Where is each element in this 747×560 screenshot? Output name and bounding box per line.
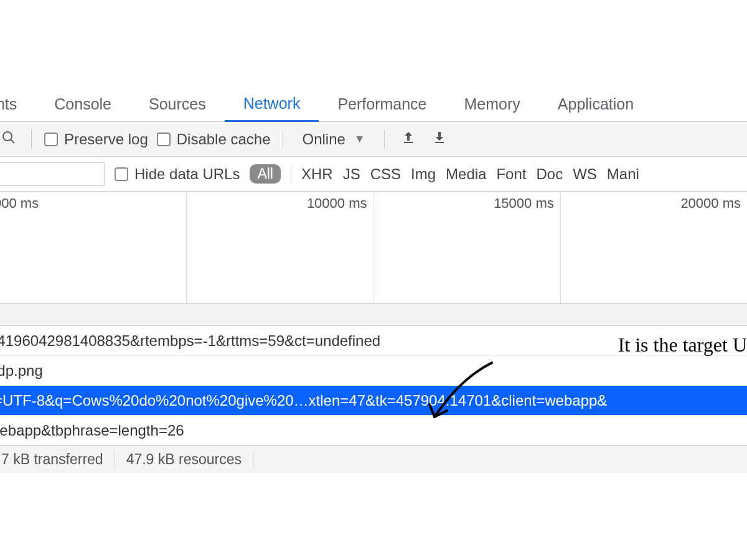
svg-point-0	[3, 132, 12, 141]
filter-js[interactable]: JS	[343, 166, 360, 183]
devtools-tabs: ents Console Sources Network Performance…	[0, 87, 747, 122]
throttling-select[interactable]: Online ▼	[296, 131, 371, 148]
upload-icon[interactable]	[397, 130, 420, 149]
timeline-tick: 10000 ms	[307, 195, 367, 212]
hide-data-urls-label: Hide data URLs	[134, 166, 240, 183]
disable-cache-label: Disable cache	[177, 131, 271, 148]
filter-img[interactable]: Img	[411, 166, 436, 183]
download-icon[interactable]	[428, 130, 451, 149]
tab-network[interactable]: Network	[225, 87, 319, 122]
arrow-icon	[423, 360, 498, 428]
tab-sources[interactable]: Sources	[130, 87, 225, 122]
filter-font[interactable]: Font	[496, 166, 526, 183]
throttling-value: Online	[302, 131, 345, 148]
status-transferred: 7 kB transferred	[0, 451, 115, 469]
svg-line-1	[11, 139, 14, 143]
filter-css[interactable]: CSS	[370, 166, 401, 183]
request-row-selected[interactable]: =UTF-8&q=Cows%20do%20not%20give%20…xtlen…	[0, 386, 747, 416]
tab-elements[interactable]: ents	[0, 87, 35, 122]
handwritten-annotation: It is the target U	[618, 334, 747, 357]
filter-input[interactable]	[0, 162, 105, 186]
preserve-log-checkbox[interactable]: Preserve log	[44, 131, 148, 148]
request-table-header	[0, 304, 747, 326]
tab-application[interactable]: Application	[539, 87, 652, 122]
filter-bar: Hide data URLs All XHR JS CSS Img Media …	[0, 157, 747, 192]
timeline-tick: 000 ms	[0, 195, 39, 212]
request-row[interactable]: webapp&tbphrase=length=26	[0, 416, 747, 446]
svg-rect-3	[435, 142, 444, 143]
tab-memory[interactable]: Memory	[446, 87, 539, 122]
search-icon[interactable]	[1, 130, 16, 149]
network-toolbar: Preserve log Disable cache Online ▼	[0, 122, 747, 157]
filter-all-pill[interactable]: All	[250, 164, 281, 184]
preserve-log-label: Preserve log	[64, 131, 148, 148]
filter-doc[interactable]: Doc	[536, 166, 563, 183]
request-row[interactable]: 4dp.png	[0, 356, 747, 386]
svg-rect-2	[404, 142, 413, 143]
chevron-down-icon: ▼	[354, 133, 365, 146]
status-bar: 7 kB transferred 47.9 kB resources	[0, 446, 747, 473]
hide-data-urls-checkbox[interactable]: Hide data URLs	[115, 166, 240, 183]
status-resources: 47.9 kB resources	[115, 451, 253, 469]
tab-performance[interactable]: Performance	[319, 87, 445, 122]
timeline-tick: 20000 ms	[680, 195, 741, 212]
disable-cache-checkbox[interactable]: Disable cache	[157, 131, 271, 148]
filter-manifest[interactable]: Mani	[607, 166, 639, 183]
tab-console[interactable]: Console	[35, 87, 130, 122]
filter-ws[interactable]: WS	[573, 166, 597, 183]
timeline-tick: 15000 ms	[494, 195, 554, 212]
filter-media[interactable]: Media	[446, 166, 486, 183]
filter-xhr[interactable]: XHR	[301, 166, 333, 183]
timeline-overview[interactable]: 000 ms 10000 ms 15000 ms 20000 ms	[0, 192, 747, 304]
